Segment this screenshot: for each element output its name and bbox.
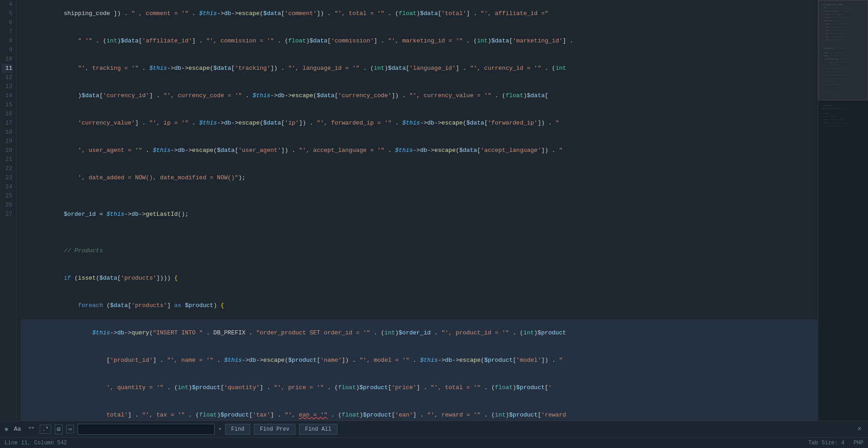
- line-num-22: 22: [2, 164, 12, 173]
- code-line-4: shipping_code ]) . " , comment = '" . $t…: [21, 0, 818, 27]
- case-sensitive-toggle[interactable]: ⊡: [55, 424, 63, 434]
- code-line-10: foreach ($data['products'] as $product) …: [21, 292, 818, 319]
- cursor-position: Line 11, Column 542: [5, 440, 67, 446]
- code-line-4f: ', user_agent = '" . $this->db->escape($…: [21, 137, 818, 164]
- line-num-21: 21: [2, 155, 12, 164]
- line-num-4: 4: [2, 0, 12, 9]
- code-lines: shipping_code ]) . " , comment = '" . $t…: [21, 0, 818, 421]
- line-num-8: 8: [2, 36, 12, 46]
- line-num-19: 19: [2, 137, 12, 146]
- font-size-toggle[interactable]: Aa: [12, 425, 23, 433]
- line-numbers: 4 5 6 7 8 9 10 11 12 13 14 15 16 17 18 1…: [0, 0, 16, 421]
- line-num-10: 10: [2, 55, 12, 64]
- line-num-27: 27: [2, 210, 12, 219]
- find-bar: ✱ Aa "" .* ⊡ ▭ ▾ Find Find Prev Find All…: [0, 421, 868, 437]
- line-num-13: 13: [2, 82, 12, 91]
- code-line-11b: ['product_id'] . "', name = '" . $this->…: [21, 347, 818, 374]
- line-num-15: 15: [2, 100, 12, 109]
- editor-area: 4 5 6 7 8 9 10 11 12 13 14 15 16 17 18 1…: [0, 0, 868, 421]
- minimap: foreach ($data['products'] as $product) …: [818, 0, 868, 421]
- status-left: Line 11, Column 542: [5, 440, 67, 446]
- code-content[interactable]: shipping_code ]) . " , comment = '" . $t…: [16, 0, 818, 421]
- find-close-button[interactable]: ×: [855, 424, 863, 435]
- language: PHP: [853, 440, 863, 446]
- whole-word-toggle[interactable]: ▭: [66, 425, 74, 433]
- code-line-4b: " '" . (int)$data['affiliate_id'] . "', …: [21, 27, 818, 55]
- code-line-4d: )$data['currency_id'] . "', currency_cod…: [21, 82, 818, 109]
- code-line-5: [21, 192, 818, 201]
- line-num-12: 12: [2, 73, 12, 82]
- line-num-25: 25: [2, 192, 12, 201]
- find-button[interactable]: Find: [225, 424, 250, 435]
- code-line-4e: 'currency_value'] . "', ip = '" . $this-…: [21, 109, 818, 137]
- find-prev-button[interactable]: Find Prev: [254, 424, 295, 435]
- line-num-5: 5: [2, 9, 12, 18]
- code-line-9: if (isset($data['products']))) {: [21, 265, 818, 292]
- code-line-11: $this->db->query("INSERT INTO " . DB_PRE…: [21, 319, 818, 347]
- word-wrap-toggle[interactable]: "": [26, 426, 36, 433]
- tab-size: Tab Size: 4: [808, 440, 844, 446]
- status-bar: Line 11, Column 542 Tab Size: 4 PHP: [0, 437, 868, 448]
- code-line-6: $order_id = $this->db->getLastId();: [21, 201, 818, 228]
- status-right: Tab Size: 4 PHP: [808, 440, 863, 446]
- line-num-6: 6: [2, 18, 12, 27]
- code-line-4g: ', date_added = NOW(), date_modified = N…: [21, 164, 818, 192]
- regex-toggle[interactable]: .*: [40, 425, 51, 434]
- line-num-11: 11: [2, 64, 12, 73]
- line-num-24: 24: [2, 182, 12, 192]
- line-num-18: 18: [2, 128, 12, 137]
- line-num-9: 9: [2, 46, 12, 55]
- find-input[interactable]: [78, 424, 215, 435]
- line-num-26: 26: [2, 201, 12, 210]
- code-line-4c: "', tracking = '" . $this->db->escape($d…: [21, 55, 818, 82]
- code-line-7: [21, 228, 818, 237]
- line-num-7: 7: [2, 27, 12, 36]
- code-line-11c: ', quantity = '" . (int)$product['quanti…: [21, 374, 818, 401]
- minimap-viewport: [818, 0, 868, 100]
- status-asterisk: ✱: [5, 425, 8, 433]
- code-line-11d: total'] . "', tax = '" . (float)$product…: [21, 401, 818, 421]
- find-dropdown-icon[interactable]: ▾: [218, 426, 221, 432]
- line-num-16: 16: [2, 109, 12, 119]
- line-num-14: 14: [2, 91, 12, 100]
- code-line-8: // Products: [21, 237, 818, 265]
- line-num-23: 23: [2, 173, 12, 182]
- line-num-17: 17: [2, 119, 12, 128]
- line-num-20: 20: [2, 146, 12, 155]
- find-all-button[interactable]: Find All: [299, 424, 337, 435]
